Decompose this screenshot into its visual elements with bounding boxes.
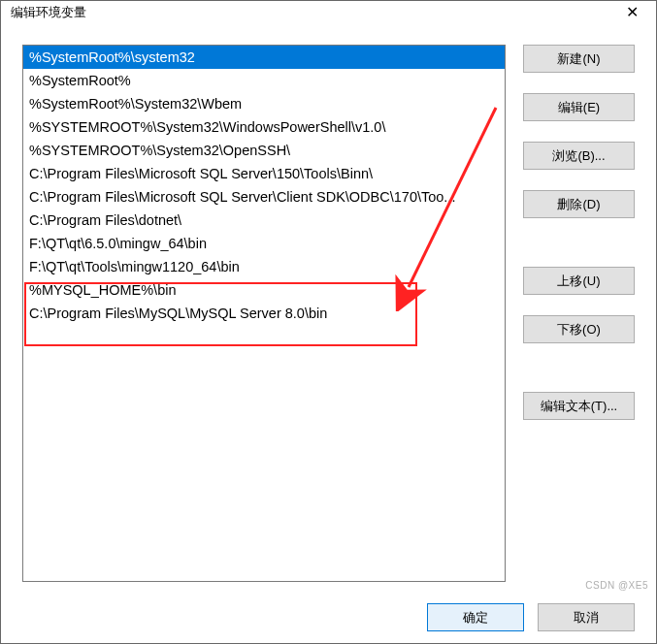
- edit-button[interactable]: 编辑(E): [523, 93, 635, 121]
- edit-text-button[interactable]: 编辑文本(T)...: [523, 392, 635, 420]
- move-down-button[interactable]: 下移(O): [523, 315, 635, 343]
- dialog-footer: 确定 取消: [1, 592, 656, 644]
- new-button[interactable]: 新建(N): [523, 45, 635, 73]
- watermark: CSDN @XE5: [585, 580, 648, 591]
- dialog-title: 编辑环境变量: [11, 4, 86, 21]
- list-item[interactable]: C:\Program Files\dotnet\: [23, 209, 505, 232]
- cancel-button[interactable]: 取消: [538, 603, 635, 631]
- list-item[interactable]: %SystemRoot%: [23, 69, 505, 92]
- list-item[interactable]: %MYSQL_HOME%\bin: [23, 278, 505, 302]
- list-item[interactable]: F:\QT\qt\Tools\mingw1120_64\bin: [23, 255, 505, 278]
- list-item[interactable]: F:\QT\qt\6.5.0\mingw_64\bin: [23, 232, 505, 255]
- dialog-content: %SystemRoot%\system32 %SystemRoot% %Syst…: [1, 23, 656, 592]
- list-item[interactable]: C:\Program Files\Microsoft SQL Server\Cl…: [23, 185, 505, 209]
- env-var-dialog: 编辑环境变量 ✕ %SystemRoot%\system32 %SystemRo…: [0, 0, 657, 644]
- list-item[interactable]: %SystemRoot%\System32\Wbem: [23, 92, 505, 115]
- path-listbox[interactable]: %SystemRoot%\system32 %SystemRoot% %Syst…: [22, 45, 506, 582]
- list-item[interactable]: C:\Program Files\Microsoft SQL Server\15…: [23, 162, 505, 185]
- button-sidebar: 新建(N) 编辑(E) 浏览(B)... 删除(D) 上移(U) 下移(O) 编…: [523, 45, 635, 582]
- delete-button[interactable]: 删除(D): [523, 190, 635, 218]
- list-item[interactable]: %SystemRoot%\system32: [23, 46, 505, 69]
- ok-button[interactable]: 确定: [427, 603, 524, 631]
- list-item[interactable]: %SYSTEMROOT%\System32\WindowsPowerShell\…: [23, 115, 505, 139]
- close-icon[interactable]: ✕: [618, 1, 646, 23]
- move-up-button[interactable]: 上移(U): [523, 267, 635, 295]
- title-bar: 编辑环境变量 ✕: [1, 1, 656, 23]
- browse-button[interactable]: 浏览(B)...: [523, 142, 635, 170]
- list-item[interactable]: C:\Program Files\MySQL\MySQL Server 8.0\…: [23, 302, 505, 325]
- list-item[interactable]: %SYSTEMROOT%\System32\OpenSSH\: [23, 139, 505, 162]
